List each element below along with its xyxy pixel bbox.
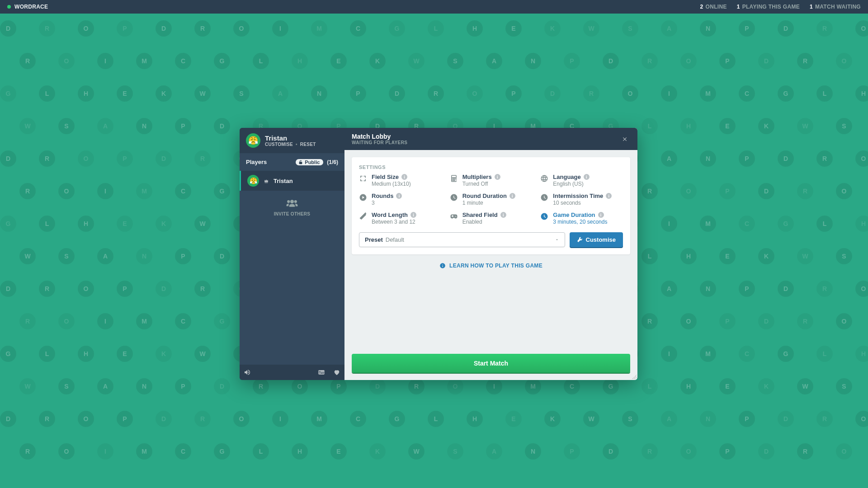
favourite-button[interactable] bbox=[329, 365, 344, 380]
info-icon[interactable]: i bbox=[495, 174, 500, 180]
info-icon[interactable]: i bbox=[500, 212, 506, 218]
lobby-title: Match Lobby bbox=[352, 133, 407, 140]
preset-value: Default bbox=[386, 236, 404, 243]
stat-online: 2 ONLINE bbox=[700, 4, 727, 10]
setting-value: 1 minute bbox=[462, 200, 533, 206]
customise-button[interactable]: Customise bbox=[570, 232, 623, 247]
avatar-face-icon: 😤 bbox=[248, 136, 258, 145]
clock-icon bbox=[540, 212, 548, 221]
info-icon[interactable]: i bbox=[401, 174, 407, 180]
sidebar-header: 😤 Tristan CUSTOMISE • RESET bbox=[240, 128, 344, 153]
preset-select[interactable]: Preset Default bbox=[359, 232, 565, 247]
play-icon bbox=[359, 193, 367, 202]
player-row-host[interactable]: 😤 Tristan bbox=[240, 171, 344, 191]
topbar: WORDRACE 2 ONLINE 1 PLAYING THIS GAME 1 … bbox=[0, 0, 868, 14]
setting-label: Roundsi bbox=[372, 192, 442, 199]
avatar-face-icon: 😤 bbox=[250, 177, 257, 184]
avatar[interactable]: 😤 bbox=[246, 133, 260, 148]
brand-label: WORDRACE bbox=[14, 4, 48, 10]
players-bar: Players Public (1/6) bbox=[240, 153, 344, 171]
setting-round_duration: Round Durationi1 minute bbox=[450, 192, 533, 206]
volume-icon bbox=[244, 369, 251, 376]
keyboard-button[interactable] bbox=[314, 365, 329, 380]
lobby-sidebar: 😤 Tristan CUSTOMISE • RESET Players Publ… bbox=[240, 128, 344, 380]
setting-word_length: Word LengthiBetween 3 and 12 bbox=[359, 211, 442, 225]
people-icon bbox=[286, 199, 298, 208]
invite-others[interactable]: INVITE OTHERS bbox=[240, 191, 344, 225]
status-dot-icon bbox=[7, 5, 11, 9]
ruler-icon bbox=[359, 212, 367, 221]
setting-label: Round Durationi bbox=[462, 192, 533, 199]
setting-rounds: Roundsi3 bbox=[359, 192, 442, 206]
settings-heading: SETTINGS bbox=[359, 164, 623, 170]
customise-link[interactable]: CUSTOMISE bbox=[265, 142, 293, 147]
setting-label: Intermission Timei bbox=[553, 192, 623, 199]
unlock-icon bbox=[298, 160, 303, 164]
close-icon bbox=[622, 136, 628, 142]
players-heading: Players bbox=[246, 159, 267, 165]
setting-language: LanguageiEnglish (US) bbox=[540, 174, 623, 187]
info-icon[interactable]: i bbox=[509, 193, 515, 199]
host-name: Tristan bbox=[274, 178, 293, 184]
wrench-icon bbox=[577, 237, 583, 243]
setting-game_duration: Game Durationi3 minutes, 20 seconds bbox=[540, 211, 623, 225]
setting-value: Between 3 and 12 bbox=[372, 219, 442, 225]
setting-value: 3 bbox=[372, 200, 442, 206]
crown-icon bbox=[264, 178, 269, 183]
setting-value: Medium (13x10) bbox=[372, 181, 442, 187]
learn-how-to-play-link[interactable]: LEARN HOW TO PLAY THIS GAME bbox=[344, 254, 637, 277]
heart-icon bbox=[333, 369, 340, 376]
settings-grid: Field SizeiMedium (13x10)MultipliersiTur… bbox=[359, 174, 623, 225]
setting-value: 3 minutes, 20 seconds bbox=[553, 219, 623, 225]
lobby-subtitle: WAITING FOR PLAYERS bbox=[352, 140, 407, 145]
setting-label: Game Durationi bbox=[553, 211, 623, 218]
settings-card: SETTINGS Field SizeiMedium (13x10)Multip… bbox=[352, 157, 630, 254]
info-icon[interactable]: i bbox=[396, 193, 402, 199]
calculator-icon bbox=[450, 174, 458, 183]
setting-value: English (US) bbox=[553, 181, 623, 187]
setting-field_size: Field SizeiMedium (13x10) bbox=[359, 174, 442, 187]
separator: • bbox=[296, 142, 297, 147]
setting-multipliers: MultipliersiTurned Off bbox=[450, 174, 533, 187]
info-icon[interactable]: i bbox=[598, 212, 604, 218]
setting-shared_field: Shared FieldiEnabled bbox=[450, 211, 533, 225]
info-icon[interactable]: i bbox=[410, 212, 416, 218]
customise-label: Customise bbox=[586, 236, 616, 243]
info-icon[interactable]: i bbox=[584, 174, 590, 180]
gamepad-icon bbox=[450, 212, 458, 221]
avatar: 😤 bbox=[247, 175, 259, 187]
stat-waiting: 1 MATCH WAITING bbox=[810, 4, 861, 10]
setting-label: Word Lengthi bbox=[372, 211, 442, 218]
close-button[interactable] bbox=[619, 134, 630, 145]
setting-label: Field Sizei bbox=[372, 174, 442, 180]
setting-label: Shared Fieldi bbox=[462, 211, 533, 218]
reset-link[interactable]: RESET bbox=[300, 142, 316, 147]
sidebar-footer bbox=[240, 365, 344, 380]
start-match-button[interactable]: Start Match bbox=[352, 354, 630, 373]
setting-value: Enabled bbox=[462, 219, 533, 225]
clock-icon bbox=[540, 193, 548, 202]
setting-value: Turned Off bbox=[462, 181, 533, 187]
setting-label: Languagei bbox=[553, 174, 623, 180]
lobby-main: Match Lobby WAITING FOR PLAYERS SETTINGS… bbox=[344, 128, 637, 380]
info-icon[interactable]: i bbox=[606, 193, 612, 199]
sound-button[interactable] bbox=[240, 365, 255, 380]
chevron-down-icon bbox=[555, 236, 559, 243]
brand[interactable]: WORDRACE bbox=[7, 4, 48, 10]
expand-icon bbox=[359, 174, 367, 183]
public-badge[interactable]: Public bbox=[296, 159, 323, 165]
setting-label: Multipliersi bbox=[462, 174, 533, 180]
info-icon bbox=[439, 263, 446, 269]
player-name: Tristan bbox=[265, 134, 316, 142]
match-lobby-modal: 😤 Tristan CUSTOMISE • RESET Players Publ… bbox=[240, 128, 637, 380]
globe-icon bbox=[540, 174, 548, 183]
setting-value: 10 seconds bbox=[553, 200, 623, 206]
invite-label: INVITE OTHERS bbox=[246, 211, 338, 216]
stat-playing: 1 PLAYING THIS GAME bbox=[737, 4, 800, 10]
player-count: (1/6) bbox=[327, 159, 338, 165]
preset-label: Preset bbox=[365, 236, 383, 243]
setting-intermission: Intermission Timei10 seconds bbox=[540, 192, 623, 206]
clock-icon bbox=[450, 193, 458, 202]
lobby-header: Match Lobby WAITING FOR PLAYERS bbox=[344, 128, 637, 150]
keyboard-icon bbox=[318, 369, 325, 376]
